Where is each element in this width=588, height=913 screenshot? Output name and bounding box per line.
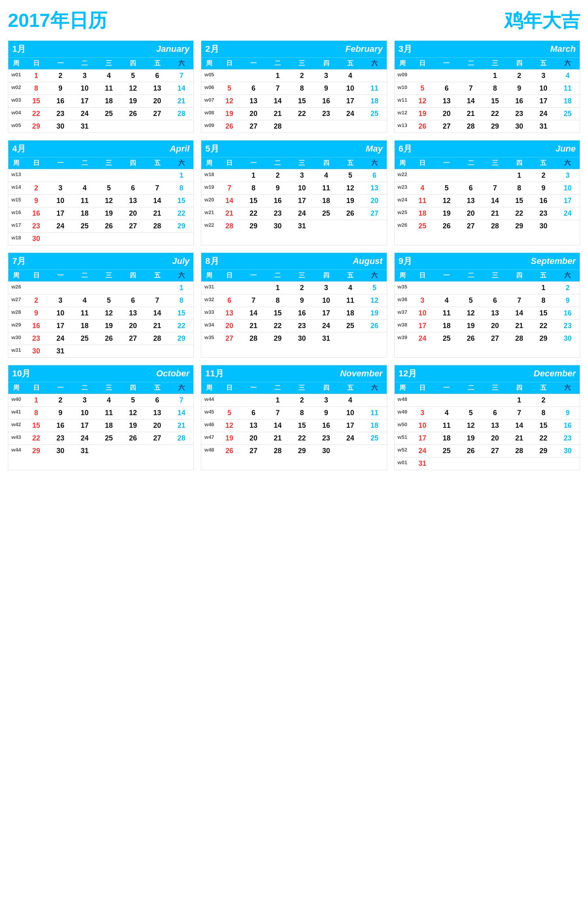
- day-cell: 25: [72, 332, 96, 345]
- day-cell: 9: [24, 307, 48, 319]
- day-cell: [48, 169, 72, 182]
- week-number: w36: [395, 294, 410, 307]
- month-cn-label: 10月: [12, 368, 30, 380]
- week-row: w3924252627282930: [395, 332, 580, 345]
- day-cell: 26: [97, 332, 121, 345]
- week-row: w363456789: [395, 294, 580, 307]
- week-row: w3512: [395, 281, 580, 294]
- day-header-三: 三: [290, 270, 314, 281]
- day-header-二: 二: [72, 58, 96, 69]
- week-row: w1978910111213: [201, 182, 386, 194]
- week-number: w05: [8, 120, 24, 133]
- day-cell: 20: [145, 95, 169, 107]
- day-cell: 12: [121, 82, 145, 95]
- day-cell: 21: [266, 432, 290, 444]
- day-cell: 1: [266, 394, 290, 406]
- day-cell: 15: [290, 419, 314, 432]
- day-header-三: 三: [290, 158, 314, 169]
- week-number: w43: [8, 432, 24, 444]
- day-cell: [338, 120, 362, 133]
- month-en-label: July: [172, 256, 189, 266]
- day-headers-row: 周日一二三四五六: [201, 57, 386, 69]
- week-row: w482627282930: [201, 444, 386, 457]
- day-cell: 2: [266, 169, 290, 182]
- week-number: w37: [395, 307, 410, 319]
- day-cell: 16: [556, 419, 580, 432]
- day-cell: 13: [121, 195, 145, 207]
- page-subtitle: 鸡年大吉: [504, 8, 580, 33]
- day-cell: 9: [556, 294, 580, 307]
- day-cell: 2: [290, 394, 314, 406]
- day-cell: 23: [556, 320, 580, 332]
- day-header-二: 二: [266, 158, 290, 169]
- month-header-7: 7月July: [8, 253, 193, 270]
- day-cell: 22: [290, 108, 314, 120]
- day-cell: 13: [217, 307, 241, 319]
- day-cell: 7: [483, 182, 507, 194]
- week-row: w051234: [201, 69, 386, 82]
- day-cell: 2: [531, 394, 556, 406]
- day-cell: [72, 345, 96, 357]
- day-cell: 15: [24, 419, 48, 432]
- day-cell: 16: [314, 419, 338, 432]
- day-header-六: 六: [362, 158, 386, 169]
- day-cell: 7: [266, 407, 290, 419]
- day-cell: 8: [531, 294, 556, 307]
- day-cell: [72, 233, 96, 245]
- day-cell: 10: [290, 182, 314, 194]
- week-number: w44: [8, 445, 24, 457]
- day-cell: 3: [314, 394, 338, 406]
- day-cell: 29: [24, 445, 48, 457]
- day-header-三: 三: [290, 58, 314, 69]
- day-cell: [435, 169, 459, 182]
- day-cell: 12: [97, 307, 121, 319]
- week-number: w32: [201, 294, 217, 307]
- day-cell: 12: [217, 419, 241, 432]
- month-header-6: 6月June: [395, 140, 580, 157]
- day-cell: 25: [435, 445, 459, 457]
- day-cell: 22: [266, 320, 290, 332]
- day-cell: 3: [48, 182, 72, 194]
- day-cell: 20: [145, 419, 169, 432]
- week-row: w18123456: [201, 169, 386, 182]
- day-header-五: 五: [338, 382, 362, 394]
- day-cell: [48, 233, 72, 245]
- page-title: 2017年日历: [8, 8, 107, 33]
- day-cell: 13: [483, 419, 507, 432]
- day-cell: 9: [314, 407, 338, 419]
- day-cell: [217, 394, 241, 406]
- day-cell: [145, 233, 169, 245]
- day-cell: 18: [362, 419, 386, 432]
- day-header-周: 周: [8, 270, 24, 281]
- day-cell: [217, 70, 241, 82]
- day-cell: 11: [362, 407, 386, 419]
- day-cell: 7: [217, 182, 241, 194]
- week-number: w01: [395, 457, 410, 470]
- day-cell: 3: [556, 169, 580, 182]
- week-number: w26: [8, 282, 24, 294]
- day-cell: 4: [72, 182, 96, 194]
- day-header-五: 五: [338, 158, 362, 169]
- week-row: w261: [8, 281, 193, 294]
- day-header-四: 四: [507, 58, 531, 69]
- week-row: w09262728: [201, 120, 386, 133]
- day-cell: 20: [121, 320, 145, 332]
- day-cell: 14: [217, 195, 241, 207]
- day-cell: 3: [72, 394, 96, 406]
- day-cell: 17: [290, 195, 314, 207]
- day-cell: 27: [483, 445, 507, 457]
- day-cell: 4: [338, 70, 362, 82]
- day-header-三: 三: [97, 158, 121, 169]
- day-cell: 21: [145, 207, 169, 220]
- day-cell: 28: [217, 220, 241, 232]
- day-cell: 9: [266, 182, 290, 194]
- day-header-六: 六: [556, 58, 580, 69]
- day-cell: 21: [217, 207, 241, 220]
- day-cell: 26: [217, 445, 241, 457]
- day-cell: 28: [145, 332, 169, 345]
- day-cell: 29: [290, 445, 314, 457]
- day-header-四: 四: [507, 382, 531, 394]
- week-row: w3817181920212223: [395, 319, 580, 332]
- month-en-label: June: [556, 144, 576, 154]
- day-cell: 18: [97, 95, 121, 107]
